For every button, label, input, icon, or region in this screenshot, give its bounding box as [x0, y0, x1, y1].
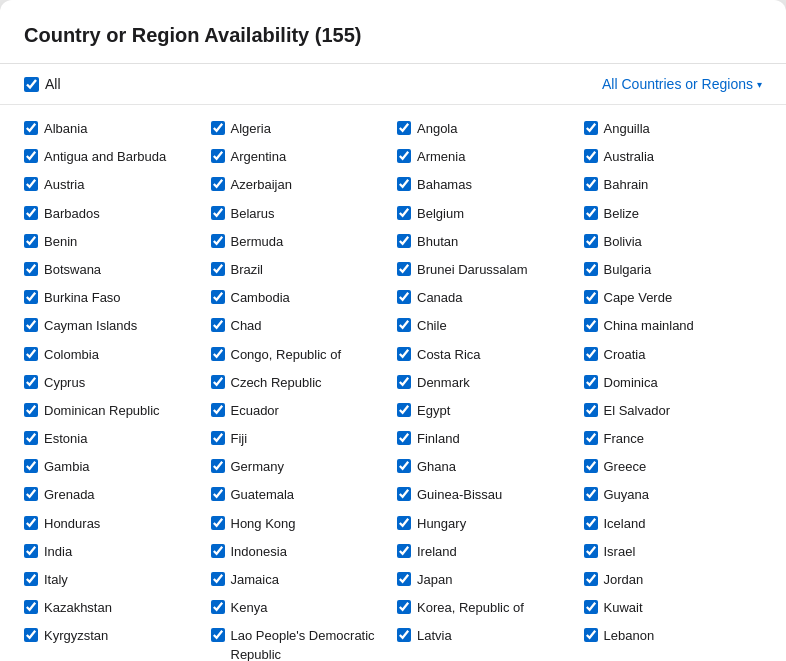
list-item[interactable]: Belarus — [211, 202, 390, 226]
list-item[interactable]: Bulgaria — [584, 258, 763, 282]
list-item[interactable]: Estonia — [24, 427, 203, 451]
country-checkbox[interactable] — [584, 121, 598, 135]
country-checkbox[interactable] — [24, 262, 38, 276]
list-item[interactable]: Bahrain — [584, 173, 763, 197]
list-item[interactable]: Kazakhstan — [24, 596, 203, 620]
country-checkbox[interactable] — [211, 149, 225, 163]
country-checkbox[interactable] — [584, 347, 598, 361]
country-checkbox[interactable] — [211, 459, 225, 473]
country-checkbox[interactable] — [24, 318, 38, 332]
country-checkbox[interactable] — [584, 431, 598, 445]
country-checkbox[interactable] — [397, 459, 411, 473]
list-item[interactable]: Bolivia — [584, 230, 763, 254]
list-item[interactable]: Indonesia — [211, 540, 390, 564]
country-checkbox[interactable] — [24, 431, 38, 445]
country-checkbox[interactable] — [24, 290, 38, 304]
list-item[interactable]: Benin — [24, 230, 203, 254]
country-checkbox[interactable] — [211, 600, 225, 614]
list-item[interactable]: Anguilla — [584, 117, 763, 141]
list-item[interactable]: Chad — [211, 314, 390, 338]
country-checkbox[interactable] — [211, 347, 225, 361]
list-item[interactable]: Hungary — [397, 512, 576, 536]
list-item[interactable]: Belgium — [397, 202, 576, 226]
region-dropdown-button[interactable]: All Countries or Regions ▾ — [602, 76, 762, 92]
list-item[interactable]: Lao People's Democratic Republic — [211, 624, 390, 661]
country-checkbox[interactable] — [24, 600, 38, 614]
country-checkbox[interactable] — [584, 628, 598, 642]
country-checkbox[interactable] — [397, 262, 411, 276]
list-item[interactable]: Cambodia — [211, 286, 390, 310]
list-item[interactable]: Kuwait — [584, 596, 763, 620]
list-item[interactable]: Argentina — [211, 145, 390, 169]
list-item[interactable]: Angola — [397, 117, 576, 141]
country-checkbox[interactable] — [211, 121, 225, 135]
list-item[interactable]: Czech Republic — [211, 371, 390, 395]
country-checkbox[interactable] — [24, 459, 38, 473]
country-checkbox[interactable] — [24, 121, 38, 135]
country-checkbox[interactable] — [584, 516, 598, 530]
country-checkbox[interactable] — [211, 290, 225, 304]
country-checkbox[interactable] — [211, 318, 225, 332]
list-item[interactable]: Brunei Darussalam — [397, 258, 576, 282]
country-checkbox[interactable] — [584, 206, 598, 220]
list-item[interactable]: Korea, Republic of — [397, 596, 576, 620]
list-item[interactable]: Kenya — [211, 596, 390, 620]
list-item[interactable]: Guinea-Bissau — [397, 483, 576, 507]
country-checkbox[interactable] — [397, 487, 411, 501]
list-item[interactable]: Costa Rica — [397, 343, 576, 367]
country-checkbox[interactable] — [211, 403, 225, 417]
list-item[interactable]: Botswana — [24, 258, 203, 282]
country-checkbox[interactable] — [24, 375, 38, 389]
country-checkbox[interactable] — [211, 206, 225, 220]
country-checkbox[interactable] — [397, 149, 411, 163]
country-checkbox[interactable] — [24, 487, 38, 501]
list-item[interactable]: France — [584, 427, 763, 451]
list-item[interactable]: Ecuador — [211, 399, 390, 423]
country-checkbox[interactable] — [397, 431, 411, 445]
country-checkbox[interactable] — [584, 262, 598, 276]
list-item[interactable]: Honduras — [24, 512, 203, 536]
list-item[interactable]: Cyprus — [24, 371, 203, 395]
country-checkbox[interactable] — [584, 290, 598, 304]
list-item[interactable]: Bhutan — [397, 230, 576, 254]
list-item[interactable]: Kyrgyzstan — [24, 624, 203, 661]
list-item[interactable]: Albania — [24, 117, 203, 141]
list-item[interactable]: Belize — [584, 202, 763, 226]
list-item[interactable]: Ireland — [397, 540, 576, 564]
list-item[interactable]: Guyana — [584, 483, 763, 507]
country-checkbox[interactable] — [397, 318, 411, 332]
country-checkbox[interactable] — [24, 544, 38, 558]
list-item[interactable]: Cayman Islands — [24, 314, 203, 338]
country-checkbox[interactable] — [397, 234, 411, 248]
list-item[interactable]: China mainland — [584, 314, 763, 338]
country-checkbox[interactable] — [584, 234, 598, 248]
list-item[interactable]: Latvia — [397, 624, 576, 661]
country-checkbox[interactable] — [397, 600, 411, 614]
country-checkbox[interactable] — [211, 375, 225, 389]
list-item[interactable]: Azerbaijan — [211, 173, 390, 197]
list-item[interactable]: Dominican Republic — [24, 399, 203, 423]
country-checkbox[interactable] — [211, 544, 225, 558]
country-checkbox[interactable] — [584, 375, 598, 389]
list-item[interactable]: El Salvador — [584, 399, 763, 423]
list-item[interactable]: Armenia — [397, 145, 576, 169]
list-item[interactable]: Congo, Republic of — [211, 343, 390, 367]
list-item[interactable]: Italy — [24, 568, 203, 592]
list-item[interactable]: Denmark — [397, 371, 576, 395]
country-checkbox[interactable] — [397, 403, 411, 417]
country-checkbox[interactable] — [397, 628, 411, 642]
list-item[interactable]: Israel — [584, 540, 763, 564]
country-checkbox[interactable] — [397, 572, 411, 586]
list-item[interactable]: Guatemala — [211, 483, 390, 507]
list-item[interactable]: Colombia — [24, 343, 203, 367]
country-checkbox[interactable] — [211, 431, 225, 445]
list-item[interactable]: Canada — [397, 286, 576, 310]
country-checkbox[interactable] — [211, 487, 225, 501]
country-checkbox[interactable] — [397, 347, 411, 361]
list-item[interactable]: Dominica — [584, 371, 763, 395]
list-item[interactable]: Jamaica — [211, 568, 390, 592]
country-checkbox[interactable] — [211, 177, 225, 191]
list-item[interactable]: India — [24, 540, 203, 564]
country-checkbox[interactable] — [584, 177, 598, 191]
country-checkbox[interactable] — [397, 206, 411, 220]
